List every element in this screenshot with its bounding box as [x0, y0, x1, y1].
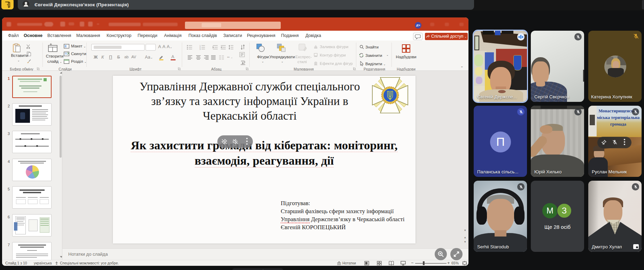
svg-text:3: 3: [200, 48, 201, 50]
